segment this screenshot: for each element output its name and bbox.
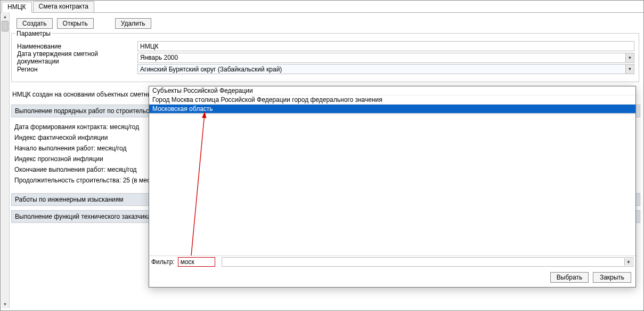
close-button[interactable]: Закрыть [593, 272, 631, 283]
tab-bar: НМЦК Смета контракта [1, 1, 643, 13]
region-popup-buttons: Выбрать Закрыть [149, 268, 635, 287]
name-input[interactable] [137, 41, 634, 51]
params-fieldset: Параметры Наименование Дата утверждения … [11, 33, 639, 82]
open-button[interactable]: Открыть [57, 18, 94, 29]
filter-combo-icon[interactable]: ▼ [624, 258, 632, 266]
params-legend: Параметры [15, 30, 52, 37]
region-item-moscow-city[interactable]: Город Москва столица Российской Федераци… [149, 95, 635, 105]
filter-label: Фильтр: [151, 258, 175, 266]
region-input[interactable] [137, 64, 634, 74]
tab-contract-estimate[interactable]: Смета контракта [33, 1, 95, 12]
region-item-subjects[interactable]: Субъекты Российской Федерации [149, 86, 635, 95]
tab-nmck[interactable]: НМЦК [2, 2, 32, 13]
name-label: Наименование [16, 43, 137, 50]
date-input[interactable] [137, 53, 634, 63]
region-item-moscow-oblast[interactable]: Московская область [149, 105, 635, 114]
region-dropdown-icon[interactable]: ▼ [625, 65, 634, 74]
region-label: Регион [16, 66, 137, 73]
create-button[interactable]: Создать [17, 18, 53, 29]
toolbar: Создать Открыть Удалить [11, 13, 640, 33]
select-button[interactable]: Выбрать [550, 272, 589, 283]
delete-button[interactable]: Удалить [115, 18, 151, 29]
filter-input[interactable] [178, 257, 215, 267]
region-filter-row: Фильтр: ▼ [149, 256, 635, 268]
date-dropdown-icon[interactable]: ▼ [625, 53, 634, 62]
region-dropdown-popup: Субъекты Российской Федерации Город Моск… [149, 86, 636, 288]
date-label: Дата утверждения сметной документации [16, 50, 137, 65]
region-list-blank [149, 114, 635, 256]
region-list: Субъекты Российской Федерации Город Моск… [149, 86, 635, 114]
filter-combo[interactable]: ▼ [222, 257, 633, 267]
